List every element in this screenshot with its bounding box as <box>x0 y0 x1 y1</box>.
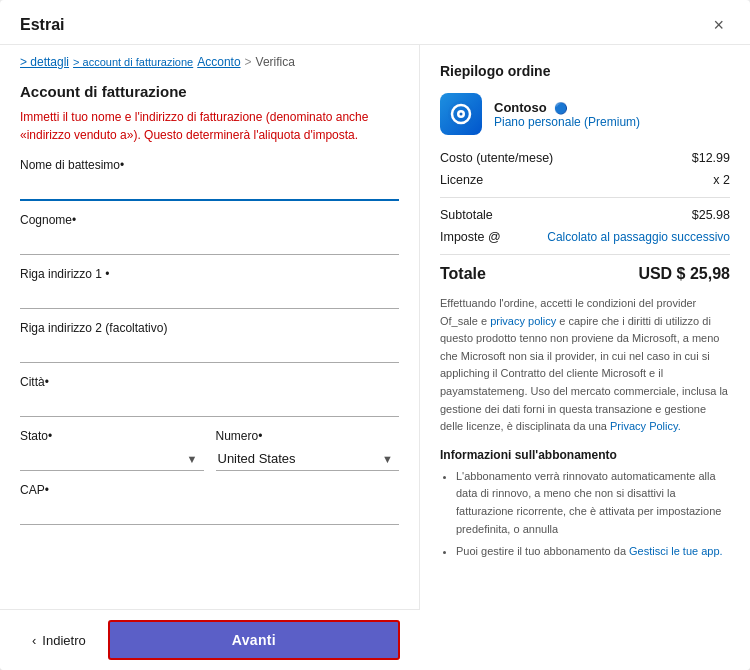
riga1-group: Riga indirizzo 1 • <box>20 267 399 309</box>
product-badge: 🔵 <box>554 102 568 114</box>
licenze-label: Licenze <box>440 173 483 187</box>
svg-point-3 <box>460 113 463 116</box>
stato-label: Stato• <box>20 429 204 443</box>
breadcrumb-acconto[interactable]: Acconto <box>197 55 240 69</box>
modal-container: Estrai × > dettagli > account di fattura… <box>0 0 750 670</box>
breadcrumb: > dettagli > account di fatturazione Acc… <box>20 45 399 83</box>
subscription-info: L'abbonamento verrà rinnovato automatica… <box>440 468 730 561</box>
gestisci-link[interactable]: Gestisci le tue app. <box>629 545 723 557</box>
nome-label: Nome di battesimo• <box>20 158 399 172</box>
left-panel: > dettagli > account di fatturazione Acc… <box>0 45 420 670</box>
legal-text: Effettuando l'ordine, accetti le condizi… <box>440 295 730 436</box>
back-button[interactable]: ‹ Indietro <box>20 625 98 656</box>
numero-group: Numero• United States ▼ <box>216 429 400 471</box>
numero-select[interactable]: United States <box>216 447 400 471</box>
breadcrumb-sep1: > <box>245 55 252 69</box>
breadcrumb-account[interactable]: > account di fatturazione <box>73 56 193 68</box>
bottom-bar: ‹ Indietro Avanti <box>0 609 420 670</box>
product-icon <box>440 93 482 135</box>
cost-line: Costo (utente/mese) $12.99 <box>440 151 730 165</box>
riga1-label: Riga indirizzo 1 • <box>20 267 399 281</box>
nome-group: Nome di battesimo• <box>20 158 399 201</box>
order-title: Riepilogo ordine <box>440 63 730 79</box>
product-plan: Piano personale (Premium) <box>494 115 730 129</box>
info-text: Immetti il tuo nome e l'indirizzo di fat… <box>20 108 399 144</box>
sub-item-2: Puoi gestire il tuo abbonamento da Gesti… <box>456 543 730 561</box>
divider1 <box>440 197 730 198</box>
cognome-input[interactable] <box>20 231 399 255</box>
stato-numero-row: Stato• ▼ Numero• United <box>20 429 399 483</box>
product-name: Contoso 🔵 <box>494 100 730 115</box>
riga2-input[interactable] <box>20 339 399 363</box>
cognome-group: Cognome• <box>20 213 399 255</box>
close-button[interactable]: × <box>707 14 730 36</box>
breadcrumb-dettagli[interactable]: > dettagli <box>20 55 69 69</box>
cap-label: CAP• <box>20 483 399 497</box>
nome-input[interactable] <box>20 176 399 201</box>
stato-select[interactable] <box>20 447 204 471</box>
licenze-line: Licenze x 2 <box>440 173 730 187</box>
modal-header: Estrai × <box>0 0 750 45</box>
citta-label: Città• <box>20 375 399 389</box>
riga2-label: Riga indirizzo 2 (facoltativo) <box>20 321 399 335</box>
total-row: Totale USD $ 25,98 <box>440 265 730 283</box>
stato-group: Stato• ▼ <box>20 429 204 471</box>
stato-select-wrapper: ▼ <box>20 447 204 471</box>
privacy-policy-link1[interactable]: privacy policy <box>490 315 556 327</box>
cap-input[interactable] <box>20 501 399 525</box>
licenze-value: x 2 <box>713 173 730 187</box>
subtotal-line: Subtotale $25.98 <box>440 208 730 222</box>
total-value: USD $ 25,98 <box>638 265 730 283</box>
numero-label: Numero• <box>216 429 400 443</box>
citta-input[interactable] <box>20 393 399 417</box>
numero-select-wrapper: United States ▼ <box>216 447 400 471</box>
riga2-group: Riga indirizzo 2 (facoltativo) <box>20 321 399 363</box>
imposte-label: Imposte @ <box>440 230 501 244</box>
divider2 <box>440 254 730 255</box>
citta-group: Città• <box>20 375 399 417</box>
modal-body: > dettagli > account di fatturazione Acc… <box>0 45 750 670</box>
subtotal-label: Subtotale <box>440 208 493 222</box>
imposte-value: Calcolato al passaggio successivo <box>547 230 730 244</box>
total-label: Totale <box>440 265 486 283</box>
imposte-line: Imposte @ Calcolato al passaggio success… <box>440 230 730 244</box>
section-title: Account di fatturazione <box>20 83 399 100</box>
product-row: Contoso 🔵 Piano personale (Premium) <box>440 93 730 135</box>
next-button[interactable]: Avanti <box>108 620 400 660</box>
breadcrumb-verifica: Verifica <box>256 55 295 69</box>
privacy-policy-link2[interactable]: Privacy Policy. <box>610 420 681 432</box>
back-chevron-icon: ‹ <box>32 633 36 648</box>
riga1-input[interactable] <box>20 285 399 309</box>
sub-section-title: Informazioni sull'abbonamento <box>440 448 730 462</box>
sub-item-1: L'abbonamento verrà rinnovato automatica… <box>456 468 730 538</box>
cost-value: $12.99 <box>692 151 730 165</box>
cap-group: CAP• <box>20 483 399 525</box>
cost-label: Costo (utente/mese) <box>440 151 553 165</box>
subtotal-value: $25.98 <box>692 208 730 222</box>
product-info: Contoso 🔵 Piano personale (Premium) <box>494 100 730 129</box>
cognome-label: Cognome• <box>20 213 399 227</box>
right-panel: Riepilogo ordine Contoso 🔵 <box>420 45 750 670</box>
modal-title: Estrai <box>20 16 64 34</box>
